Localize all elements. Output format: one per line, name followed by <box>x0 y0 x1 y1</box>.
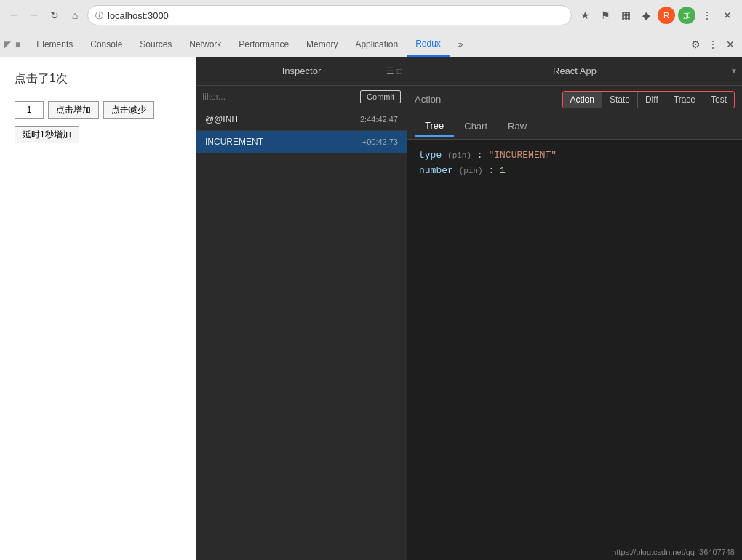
toolbar-icons: ★ ⚑ ▦ ◆ R 加 ⋮ ✕ <box>576 7 736 24</box>
inspector-title: Inspector <box>282 65 321 76</box>
minus-button[interactable]: 点击减少 <box>103 101 154 119</box>
extension-icon[interactable]: ◆ <box>637 7 655 24</box>
inspector-section: Inspector ☰ □ <box>196 57 407 85</box>
detail-tab-buttons: Action State Diff Trace Test <box>562 91 735 108</box>
code-value-type: "INCUREMENT" <box>488 150 556 161</box>
app-dropdown-icon[interactable]: ▼ <box>730 67 738 75</box>
add-button[interactable]: 点击增加 <box>48 101 99 119</box>
tab-elements[interactable]: Elements <box>28 31 81 57</box>
redux-panel: Inspector ☰ □ React App ▼ Commit @@I <box>196 57 742 560</box>
forward-button[interactable]: → <box>26 7 42 23</box>
devtools-menu-icon[interactable]: ⋮ <box>706 37 720 52</box>
sub-tab-tree[interactable]: Tree <box>415 116 454 137</box>
sub-tab-chart[interactable]: Chart <box>454 116 498 136</box>
code-pin-1: (pin) <box>447 151 471 160</box>
code-line-1: type (pin) : "INCUREMENT" <box>419 148 730 164</box>
action-time-init: 2:44:42.47 <box>360 115 398 124</box>
detail-tabs-row2: Tree Chart Raw <box>407 113 742 140</box>
app-title-label: React App <box>553 65 597 76</box>
lock-icon: ⓘ <box>95 10 103 21</box>
action-tab-label: Action <box>415 94 452 105</box>
profile-icon[interactable]: 加 <box>678 7 695 24</box>
code-value-number: 1 <box>500 165 506 176</box>
tab-application[interactable]: Application <box>346 31 407 57</box>
reload-button[interactable]: ↻ <box>47 7 63 23</box>
action-name-init: @@INIT <box>205 114 239 124</box>
inspector-settings-icon[interactable]: ☰ <box>386 66 394 76</box>
bottom-link: https://blog.csdn.net/qq_36407748 <box>612 548 735 556</box>
devtools-options: ⚙ ⋮ ✕ <box>688 37 738 52</box>
tab-memory[interactable]: Memory <box>298 31 346 57</box>
code-colon-2: : <box>488 165 500 176</box>
url-text: localhost:3000 <box>108 10 564 21</box>
address-bar: ⓘ localhost:3000 <box>87 5 572 25</box>
browser-chrome: ← → ↻ ⌂ ⓘ localhost:3000 ★ ⚑ ▦ ◆ R 加 ⋮ ✕… <box>0 0 742 57</box>
app-click-count: 点击了1次 <box>15 71 181 87</box>
tab-redux[interactable]: Redux <box>407 31 450 57</box>
code-area: type (pin) : "INCUREMENT" number (pin) :… <box>407 140 742 543</box>
action-item-init[interactable]: @@INIT 2:44:42.47 <box>196 108 407 131</box>
home-button[interactable]: ⌂ <box>67 7 83 23</box>
tab-sources[interactable]: Sources <box>131 31 180 57</box>
devtools-tabs: ◤ ■ Elements Console Sources Network Per… <box>0 31 742 57</box>
browser-titlebar: ← → ↻ ⌂ ⓘ localhost:3000 ★ ⚑ ▦ ◆ R 加 ⋮ ✕ <box>0 0 742 31</box>
close-icon[interactable]: ✕ <box>719 7 736 24</box>
action-name-incurement: INCUREMENT <box>205 137 263 147</box>
back-button[interactable]: ← <box>6 7 22 23</box>
flag-icon[interactable]: ⚑ <box>597 7 614 24</box>
tab-performance[interactable]: Performance <box>230 31 298 57</box>
detail-tabs-row1: Action Action State Diff Trace Test <box>407 86 742 113</box>
action-time-incurement: +00:42.73 <box>362 137 398 146</box>
action-detail: Action Action State Diff Trace Test Tree… <box>407 86 742 560</box>
redux-panel-header: Inspector ☰ □ React App ▼ <box>196 57 742 86</box>
commit-button[interactable]: Commit <box>360 90 401 103</box>
code-colon-1: : <box>477 150 489 161</box>
timer-button[interactable]: 延时1秒增加 <box>15 126 79 143</box>
filter-input[interactable] <box>202 92 356 102</box>
inspector-header-icons: ☰ □ <box>386 66 402 76</box>
inspector-expand-icon[interactable]: □ <box>397 66 402 76</box>
menu-icon[interactable]: ⋮ <box>698 7 716 24</box>
devtools-settings-icon[interactable]: ⚙ <box>688 37 703 52</box>
tab-diff[interactable]: Diff <box>638 92 666 108</box>
app-section: React App ▼ <box>407 57 742 85</box>
redux-extension-icon[interactable]: R <box>658 7 675 24</box>
tab-trace[interactable]: Trace <box>666 92 703 108</box>
tab-test[interactable]: Test <box>703 92 734 108</box>
cast-icon[interactable]: ▦ <box>617 7 634 24</box>
bottom-bar: https://blog.csdn.net/qq_36407748 <box>407 543 742 560</box>
counter-control: 1 点击增加 点击减少 <box>15 101 181 119</box>
code-key-number: number <box>419 165 453 176</box>
tab-more[interactable]: » <box>450 31 472 57</box>
bookmark-icon[interactable]: ★ <box>576 7 594 24</box>
code-pin-2: (pin) <box>459 167 483 175</box>
main-area: 点击了1次 1 点击增加 点击减少 延时1秒增加 Inspector ☰ □ R… <box>0 57 742 560</box>
tab-action[interactable]: Action <box>563 92 602 108</box>
devtools-panel-icon[interactable]: ◤ <box>4 39 11 49</box>
tab-state[interactable]: State <box>602 92 638 108</box>
devtools-dock-icon[interactable]: ■ <box>15 39 20 49</box>
devtools-close-icon[interactable]: ✕ <box>723 37 738 52</box>
action-list: Commit @@INIT 2:44:42.47 INCUREMENT +00:… <box>196 86 407 560</box>
app-area: 点击了1次 1 点击增加 点击减少 延时1秒增加 <box>0 57 196 560</box>
sub-tab-raw[interactable]: Raw <box>498 116 537 136</box>
tab-network[interactable]: Network <box>180 31 230 57</box>
action-item-incurement[interactable]: INCUREMENT +00:42.73 <box>196 131 407 153</box>
counter-value[interactable]: 1 <box>15 101 44 119</box>
code-line-2: number (pin) : 1 <box>419 164 730 179</box>
redux-body: Commit @@INIT 2:44:42.47 INCUREMENT +00:… <box>196 86 742 560</box>
code-key-type: type <box>419 150 442 161</box>
filter-bar: Commit <box>196 86 407 108</box>
tab-console[interactable]: Console <box>81 31 131 57</box>
